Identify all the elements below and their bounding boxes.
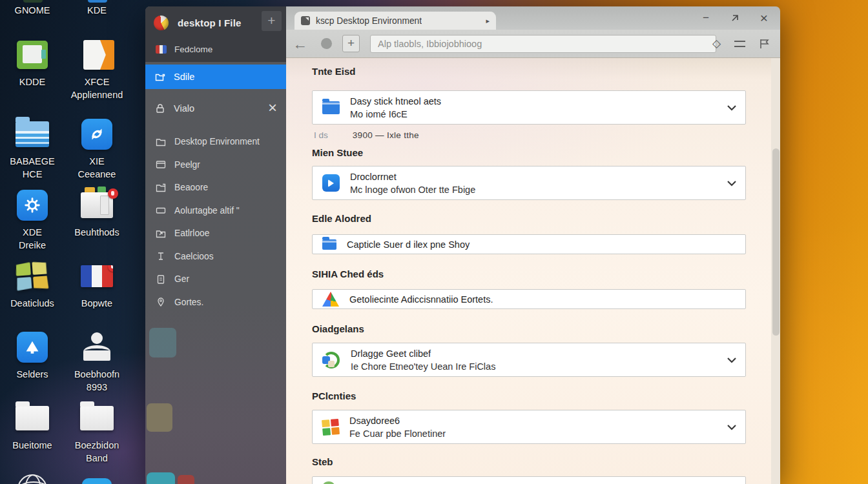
scrollbar-thumb[interactable] bbox=[772, 148, 780, 336]
scrollbar[interactable] bbox=[771, 58, 780, 484]
desktop-icon-boezbidon[interactable]: BoezbidonBand bbox=[66, 402, 128, 465]
tab-arrow-icon[interactable]: ▸ bbox=[486, 17, 490, 25]
dropdown-mien-stuee[interactable]: Droclorrnet Mc lnoge ofwon Oter tte Fbig… bbox=[312, 166, 746, 200]
tab-desktop-environment[interactable]: kscp Desktop Environment ▸ bbox=[294, 12, 496, 30]
desktop: GNOME KDE KDDE XFCEAppliennend BABAEGEHC… bbox=[0, 0, 868, 484]
shield-icon[interactable]: ◇ bbox=[712, 37, 721, 50]
sidebar-title: desktop I File bbox=[178, 17, 242, 28]
sidebar-item-label: Sdile bbox=[174, 72, 194, 82]
desktop-icon-beuhthods[interactable]: Beuhthods bbox=[66, 189, 128, 239]
sidebar-item-gortes[interactable]: Gortes. bbox=[145, 291, 286, 314]
field-value-line2: Ie Chore Etneo'tey Uean Ire FiClas bbox=[351, 360, 495, 373]
field-value-line1: Getoliecinte Adiccisnnatiio Eortets. bbox=[349, 293, 493, 306]
document-icon bbox=[156, 274, 166, 285]
pin-icon bbox=[156, 297, 166, 307]
close-icon[interactable]: × bbox=[268, 100, 277, 116]
windows-logo-icon bbox=[322, 419, 339, 435]
window-icon bbox=[156, 159, 166, 170]
ghost-icon bbox=[147, 472, 175, 484]
chevron-down-icon bbox=[727, 357, 737, 363]
toolbar: ← + ◇ bbox=[286, 30, 780, 58]
dropdown-tnte-eisd[interactable]: Dasy stick htneol aets Mo iomé I6cE bbox=[312, 90, 746, 125]
field-label: Oiadgelans bbox=[312, 323, 364, 334]
lock-icon bbox=[155, 103, 165, 114]
app-icon bbox=[82, 475, 112, 484]
field-value-line1: Droclorrnet bbox=[350, 170, 475, 183]
new-tab-button[interactable]: + bbox=[342, 35, 360, 52]
mountain-icon bbox=[17, 331, 48, 363]
field-value-line1: Drlagge Geet clibef bbox=[351, 347, 495, 360]
field-value-line2: Fe Cuar pbe Flonetiner bbox=[349, 427, 446, 440]
sidebar-item-sdile-selected[interactable]: Sdile bbox=[145, 65, 286, 89]
field-value-line1: Capticle Suer d ilex pne Shoy bbox=[347, 238, 470, 251]
maximize-button[interactable] bbox=[729, 12, 741, 24]
flag-icon[interactable] bbox=[759, 39, 770, 49]
sidebar-item-vialo[interactable]: Vialo bbox=[145, 94, 286, 123]
refresh-icon[interactable] bbox=[321, 38, 332, 49]
sidebar-item-caelcioos[interactable]: Caelcioos bbox=[145, 245, 286, 268]
desktop-icon-partial-globe[interactable] bbox=[1, 473, 63, 484]
ghost-icon bbox=[147, 403, 172, 432]
menu-icon[interactable] bbox=[734, 41, 745, 47]
desktop-icon-label: GNOME bbox=[15, 4, 50, 17]
field-edle-alodred[interactable]: Capticle Suer d ilex pne Shoy bbox=[312, 234, 746, 254]
folder-icon bbox=[156, 183, 166, 193]
desktop-icon-bopwte[interactable]: Bopwte bbox=[66, 260, 128, 310]
desktop-icon-label: Selders bbox=[16, 368, 48, 381]
field-label: Tnte Eisd bbox=[312, 66, 356, 77]
field-value-line2: Mc lnoge ofwon Oter tte Fbige bbox=[350, 183, 475, 196]
desktop-icon-deaticluds[interactable]: Deaticluds bbox=[1, 260, 63, 310]
desktop-icon-babaege[interactable]: BABAEGEHCE bbox=[1, 118, 63, 181]
desktop-icon-selders[interactable]: Selders bbox=[1, 331, 63, 381]
close-button[interactable]: × bbox=[758, 12, 770, 24]
desktop-icon-kde[interactable]: KDE bbox=[66, 4, 128, 17]
desktop-icon-xfce-appliennend[interactable]: XFCEAppliennend bbox=[66, 39, 128, 101]
desktop-icon-bueitome[interactable]: Bueitome bbox=[1, 402, 63, 452]
file-manager-window: desktop I File + Fedclome Sdile Vialo × … bbox=[145, 6, 780, 484]
sidebar-item-aolurtagbe[interactable]: Aolurtagbe altif " bbox=[145, 199, 286, 223]
window-main: kscp Desktop Environment ▸ − × ← + ◇ bbox=[286, 6, 780, 484]
gear-icon bbox=[17, 189, 48, 221]
dropdown-pclcnties[interactable]: Dsaydoree6 Fe Cuar pbe Flonetiner bbox=[312, 410, 746, 444]
field-label: SIHIA Ched éds bbox=[312, 268, 384, 279]
field-value-line1: Dsaydoree6 bbox=[349, 414, 446, 427]
shared-folder-icon bbox=[156, 228, 166, 239]
minimize-button[interactable]: − bbox=[700, 12, 712, 24]
desktop-icon-label: BoezbidonBand bbox=[75, 439, 119, 465]
desktop-icon-kdde[interactable]: KDDE bbox=[1, 39, 63, 88]
titlebar: kscp Desktop Environment ▸ − × bbox=[286, 6, 780, 30]
field-value-line2: Mo iomé I6cE bbox=[350, 108, 441, 121]
desktop-icon-boebhoofn[interactable]: Boebhoofn8993 bbox=[66, 331, 128, 394]
chevron-down-icon bbox=[727, 180, 737, 187]
address-bar-input[interactable] bbox=[370, 35, 716, 53]
desktop-icon-gnome[interactable]: GNOME bbox=[1, 4, 63, 17]
globe-icon bbox=[17, 473, 47, 484]
app-logo-icon bbox=[154, 15, 169, 30]
package-icon bbox=[17, 39, 48, 71]
back-button[interactable]: ← bbox=[293, 37, 307, 50]
folder-icon bbox=[322, 101, 340, 114]
field-steb-partial[interactable] bbox=[312, 476, 746, 484]
sidebar-item-ger[interactable]: Ger bbox=[145, 268, 286, 291]
desktop-icon-xie-ceeanee[interactable]: XIECeeanee bbox=[66, 118, 128, 181]
sidebar-item-beaoore[interactable]: Beaoore bbox=[145, 176, 286, 199]
chevron-down-icon bbox=[727, 424, 737, 430]
sidebar-menu: Desktop Environment Peelgr Beaoore Aolur… bbox=[145, 130, 286, 314]
sidebar-item-peelgr[interactable]: Peelgr bbox=[145, 154, 286, 177]
desktop-icon-label: XDEDreike bbox=[19, 226, 46, 252]
desktop-icon-partial-blue[interactable] bbox=[66, 475, 128, 484]
sidebar-item-desktop-environment[interactable]: Desktop Environment bbox=[145, 130, 286, 154]
field-sihia-ched[interactable]: Getoliecinte Adiccisnnatiio Eortets. bbox=[312, 289, 746, 309]
sidebar-account-row[interactable]: Fedclome bbox=[145, 39, 286, 59]
gnome-icon-stub bbox=[23, 0, 43, 3]
french-flag-icon bbox=[81, 260, 113, 292]
photos-icon bbox=[322, 351, 340, 369]
desktop-icon-xde-dreike[interactable]: XDEDreike bbox=[1, 189, 63, 252]
sidebar-item-eatlrlooe[interactable]: Eatlrlooe bbox=[145, 222, 286, 245]
tab-title: kscp Desktop Environment bbox=[316, 16, 422, 26]
desktop-icon-label: XIECeeanee bbox=[78, 155, 116, 181]
desktop-icon-label: Bueitome bbox=[12, 439, 52, 452]
dropdown-oiadgelans[interactable]: Drlagge Geet clibef Ie Chore Etneo'tey U… bbox=[312, 343, 746, 377]
add-button[interactable]: + bbox=[262, 11, 282, 31]
folder-icon bbox=[16, 402, 49, 434]
